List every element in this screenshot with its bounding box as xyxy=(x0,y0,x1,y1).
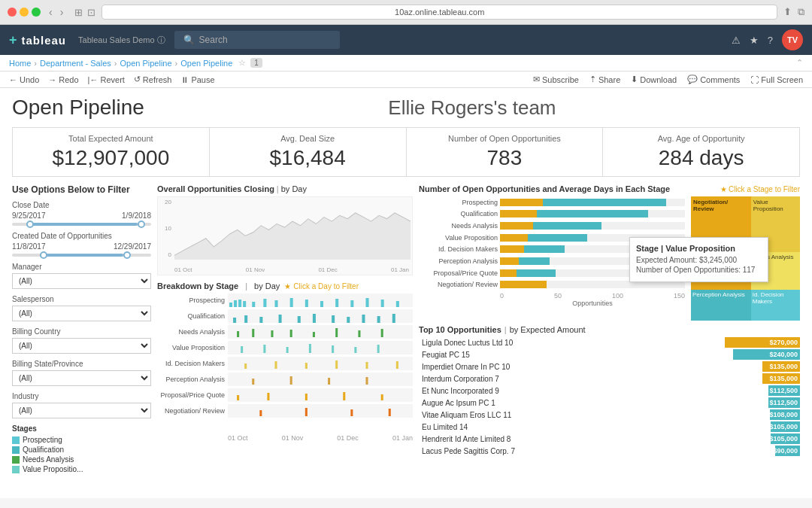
fullscreen-button[interactable]: ⛶ Full Screen xyxy=(750,75,803,84)
treemap-cell-decision[interactable]: Id. Decision Makers xyxy=(751,290,800,321)
kpi-avg-deal-value: $16,484 xyxy=(222,146,394,170)
svg-rect-59 xyxy=(350,409,353,416)
kpi-total-expected-value: $12,907,000 xyxy=(25,146,197,170)
close-window-btn[interactable] xyxy=(8,8,17,17)
download-button[interactable]: ⬇ Download xyxy=(631,75,677,84)
top-opp-amount-1: $240,000 xyxy=(710,348,800,360)
undo-button[interactable]: ← Undo xyxy=(9,75,39,84)
top-opp-amount-label-5: $112,500 xyxy=(769,399,798,406)
kpi-avg-deal-label: Avg. Deal Size xyxy=(222,134,394,143)
refresh-button[interactable]: ↺ Refresh xyxy=(134,75,172,84)
maximize-window-btn[interactable] xyxy=(32,8,41,17)
svg-rect-26 xyxy=(392,314,395,323)
y-label-0: 0 xyxy=(158,251,173,258)
opp-click-filter[interactable]: ★ Click a Stage to Filter xyxy=(720,185,800,193)
share-icon[interactable]: ⬆ xyxy=(783,6,792,18)
revert-button[interactable]: |← Revert xyxy=(88,75,125,84)
svg-rect-46 xyxy=(366,362,368,369)
svg-rect-20 xyxy=(298,316,301,323)
search-box[interactable]: 🔍 Search xyxy=(174,31,340,49)
svg-rect-9 xyxy=(305,300,308,307)
industry-select[interactable]: (All) xyxy=(12,403,151,418)
top-opp-row-8: Hendrerit Id Ante Limited 8 $105,000 xyxy=(419,433,800,445)
svg-rect-11 xyxy=(335,299,338,307)
svg-rect-42 xyxy=(244,364,247,369)
kpi-total-expected: Total Expected Amount $12,907,000 xyxy=(13,128,209,176)
comments-button[interactable]: 💬 Comments xyxy=(687,75,740,84)
legend-prospecting: Prospecting xyxy=(12,436,151,444)
manager-label: Manager xyxy=(12,263,151,271)
opportunities-section: Number of Open Opportunities and Average… xyxy=(419,184,800,321)
redo-button[interactable]: → Redo xyxy=(48,75,78,84)
kpi-avg-age-value: 284 days xyxy=(615,146,787,170)
share-button[interactable]: ⇡ Share xyxy=(589,75,620,84)
opp-label-prospecting: Prospecting xyxy=(419,199,498,206)
manager-select[interactable]: (All) xyxy=(12,273,151,289)
top-opp-amount-label-4: $112,500 xyxy=(769,387,798,394)
top-opp-bar-0: $270,000 xyxy=(725,337,800,348)
salesperson-select[interactable]: (All) xyxy=(12,306,151,321)
svg-rect-37 xyxy=(286,347,289,353)
breakdown-pipe: | xyxy=(245,281,247,291)
svg-rect-2 xyxy=(234,300,237,307)
top-opp-amount-3: $135,000 xyxy=(710,373,800,385)
breadcrumb-parent[interactable]: Open Pipeline xyxy=(120,59,171,68)
subscribe-button[interactable]: ✉ Subscribe xyxy=(533,75,579,84)
top-opp-bar-4: $112,500 xyxy=(768,385,800,396)
close-date-end: 1/9/2018 xyxy=(122,211,151,220)
favorite-icon[interactable]: ★ xyxy=(750,35,759,46)
search-icon: 🔍 xyxy=(183,35,195,45)
billing-country-label: Billing Country xyxy=(12,327,151,336)
window-size-controls: ⊞ ⊡ xyxy=(74,7,95,18)
svg-rect-29 xyxy=(271,330,273,337)
action-toolbar: ← Undo → Redo |← Revert ↺ Refresh ⏸ Paus… xyxy=(0,71,812,88)
top-opp-bar-7: $105,000 xyxy=(771,421,800,432)
top-opportunities-section: Top 10 Opportunities | by Expected Amoun… xyxy=(419,325,800,457)
alert-icon[interactable]: ⚠ xyxy=(732,35,741,46)
top-opp-amount-label-9: $90,000 xyxy=(773,447,798,455)
sidebar-toggle-icon[interactable]: ⊞ xyxy=(74,7,83,18)
top-opp-row-1: Feugiat PC 15 $240,000 xyxy=(419,348,800,360)
forward-button[interactable]: › xyxy=(58,6,66,18)
svg-rect-10 xyxy=(320,301,323,307)
top-opps-title: Top 10 Opportunities xyxy=(419,325,501,334)
pause-button[interactable]: ⏸ Pause xyxy=(180,75,214,84)
svg-rect-48 xyxy=(252,379,254,385)
svg-rect-56 xyxy=(381,394,383,400)
new-tab-icon[interactable]: ⧉ xyxy=(798,6,804,18)
help-icon[interactable]: ? xyxy=(768,35,773,46)
created-date-slider[interactable] xyxy=(12,254,151,257)
expand-icon[interactable]: ⌃ xyxy=(796,58,803,68)
close-date-slider[interactable] xyxy=(12,223,151,226)
top-opps-header: Top 10 Opportunities | by Expected Amoun… xyxy=(419,325,800,334)
breakdown-click-filter[interactable]: ★ Click a Day to Filter xyxy=(284,282,359,291)
breadcrumb-dept[interactable]: Department - Sales xyxy=(40,59,111,68)
svg-rect-50 xyxy=(328,378,330,385)
filter-industry: Industry (All) xyxy=(12,392,151,418)
treemap-cell-perception[interactable]: Perception Analysis xyxy=(691,290,751,321)
tooltip-expected-amount: Expected Amount: $3,245,000 xyxy=(636,256,762,264)
kpi-open-opps: Number of Open Opportunities 783 xyxy=(407,128,603,176)
breadcrumb-star-icon[interactable]: ☆ xyxy=(238,58,246,68)
billing-state-select[interactable]: (All) xyxy=(12,370,151,386)
top-opp-row-0: Ligula Donec Luctus Ltd 10 $270,000 xyxy=(419,336,800,348)
minimize-window-btn[interactable] xyxy=(20,8,29,17)
user-avatar[interactable]: TV xyxy=(782,29,803,50)
top-opp-amount-8: $105,000 xyxy=(710,433,800,445)
browser-chrome: ‹ › ⊞ ⊡ 10az.online.tableau.com ⬆ ⧉ xyxy=(0,0,812,25)
filter-billing-state: Billing State/Province (All) xyxy=(12,360,151,386)
svg-rect-33 xyxy=(358,330,360,337)
svg-rect-60 xyxy=(389,409,391,416)
url-bar[interactable]: 10az.online.tableau.com xyxy=(102,5,777,20)
window-mode-icon[interactable]: ⊡ xyxy=(87,7,95,18)
kpi-avg-deal: Avg. Deal Size $16,484 xyxy=(210,128,406,176)
stage-name-decision-makers: Id. Decision Makers xyxy=(157,360,225,367)
svg-rect-45 xyxy=(335,360,338,369)
top-opportunities-table: Ligula Donec Luctus Ltd 10 $270,000 Feug… xyxy=(419,336,800,457)
billing-country-select[interactable]: (All) xyxy=(12,338,151,354)
opp-label-negotiation: Negotiation/ Review xyxy=(419,281,498,288)
stage-row-qualification: Qualification xyxy=(157,309,413,323)
breadcrumb-home[interactable]: Home xyxy=(9,59,31,68)
top-opp-bar-6: $108,000 xyxy=(770,409,800,420)
back-button[interactable]: ‹ xyxy=(47,6,55,18)
